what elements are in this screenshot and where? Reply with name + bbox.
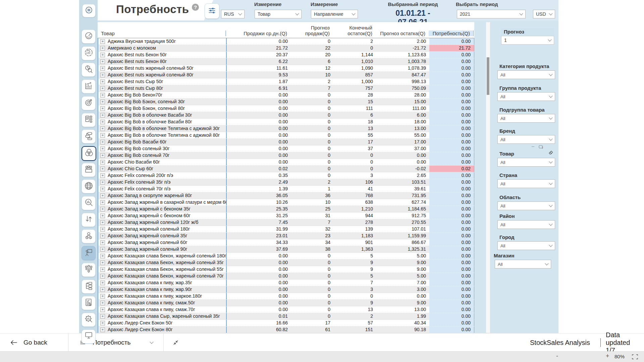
sidebar-button-numbered-report[interactable] (82, 113, 96, 127)
collapse-icon[interactable] (173, 334, 179, 352)
table-row[interactable]: +Арахис Big Bob Васаби 60г0.0001717.000.… (98, 139, 474, 145)
expand-icon[interactable]: + (100, 46, 105, 51)
expand-icon[interactable]: + (100, 214, 105, 218)
go-back-button[interactable]: Go back (23, 334, 47, 352)
sidebar-button-growth-cycle[interactable] (82, 46, 96, 60)
sidebar-button-person-time-money[interactable]: $ (82, 229, 96, 243)
expand-icon[interactable]: + (100, 167, 105, 171)
table-row[interactable]: +Арахис Казацкая слава Бекон, жареный со… (98, 266, 474, 273)
filter-6-select[interactable]: All (497, 201, 555, 210)
sidebar-button-pie-search[interactable] (82, 63, 96, 77)
table-row[interactable]: +Арахис Запад жареный соленый 180г31.993… (98, 226, 474, 233)
table-row[interactable]: +Арахис Chio Васаби 60г0.00000.000.00 (98, 159, 474, 166)
expand-icon[interactable]: + (100, 120, 105, 124)
sidebar-button-presentation[interactable] (82, 246, 96, 260)
table-row[interactable]: +Арахис Казацкая слава к пиву, жар.35г0.… (98, 280, 474, 286)
filter-2-select[interactable]: All (497, 114, 555, 123)
sidebar-button-venn-overlap[interactable] (82, 146, 96, 161)
table-row[interactable]: +Арахис Лидер Снек Бэкон 80г60.826115190… (98, 326, 474, 333)
table-row[interactable]: +Арахис Big Bob Бекон70г0.0002828.000.00 (98, 92, 474, 99)
expand-icon[interactable]: + (100, 140, 105, 144)
currency-select[interactable]: USD (533, 10, 555, 18)
table-row[interactable]: +Арахис Best nuts Бекон 50г20.37201,1441… (98, 52, 474, 58)
popout-icon[interactable] (539, 144, 544, 150)
table-row[interactable]: +Арахис Казацкая слава Бекон, жареный со… (98, 273, 474, 280)
expand-icon[interactable]: + (100, 73, 105, 77)
table-row[interactable]: +Арахис Казацкая слава к пиву, смаж.70г0… (98, 306, 474, 313)
expand-icon[interactable]: + (100, 187, 105, 191)
filter-3-select[interactable]: All (497, 135, 555, 144)
expand-icon[interactable]: + (100, 133, 105, 138)
expand-icon[interactable]: + (100, 59, 105, 64)
table-row[interactable]: +Арахис Big Bob соленый 30г0.0003737.000… (98, 145, 474, 152)
minimize-icon[interactable]: – (532, 143, 534, 149)
sidebar-button-kpi-gauge[interactable]: KPI (82, 29, 96, 44)
table-row[interactable]: +Арахис Best nuts Сыр 50г1.8721,000998.1… (98, 78, 474, 85)
table-row[interactable]: +Арахис Казацкая слава к пиву, жар.90г0.… (98, 286, 474, 293)
sidebar-button-gear-analytics[interactable] (82, 313, 96, 327)
eraser-icon[interactable] (548, 149, 554, 157)
table-row[interactable]: +Арахис Запад жареный соленый 60г34.3334… (98, 239, 474, 246)
table-row[interactable]: +Арахис Запад жареный с беконом 60г31.25… (98, 213, 474, 219)
select-period-select[interactable]: 2021 (457, 10, 526, 18)
sidebar-button-audience[interactable] (82, 163, 96, 177)
zoom-in-button[interactable]: + (606, 353, 609, 360)
table-row[interactable]: +Аджика Вкусная традиция 500г0.00022.000… (98, 38, 474, 45)
expand-icon[interactable]: + (100, 200, 105, 205)
table-row[interactable]: +Арахис Big Bob в оболочке Васаби 80г0.0… (98, 119, 474, 125)
table-scrollbar[interactable] (486, 22, 490, 333)
dimension2-select[interactable]: Направление (311, 10, 358, 18)
table-row[interactable]: +Арахис Best nuts жареный соленый 50г11.… (98, 65, 474, 72)
table-row[interactable]: +Арахис Запад жареный с беконом 35г25.35… (98, 206, 474, 213)
sidebar-button-report-document[interactable] (82, 296, 96, 310)
current-page-name[interactable]: Потребность (93, 334, 130, 352)
sidebar-button-up-down-arrows[interactable] (82, 213, 96, 227)
expand-icon[interactable]: + (100, 193, 105, 198)
table-row[interactable]: +Арахис Казацкая слава Бекон, жареный со… (98, 259, 474, 266)
expand-icon[interactable]: + (100, 260, 105, 265)
back-arrow-icon[interactable] (10, 334, 17, 352)
table-row[interactable]: +Арахис Big Bob Бэкон, соленый 80г0.0001… (98, 105, 474, 112)
expand-icon[interactable]: + (100, 240, 105, 245)
table-row[interactable]: +Арахис Big Bob соленый 70г0.00000.000.0… (98, 152, 474, 159)
table-row[interactable]: +Арахис Best nuts Сыр 80г6.917757750.090… (98, 85, 474, 92)
sidebar-button-target[interactable] (82, 96, 96, 110)
expand-icon[interactable]: + (100, 321, 105, 325)
expand-icon[interactable]: + (100, 227, 105, 232)
column-header-2[interactable]: Прогноз продаж(Q) (290, 25, 333, 36)
expand-icon[interactable]: + (100, 153, 105, 158)
table-row[interactable]: +Арахис Big Bob в оболочке Телятина с ад… (98, 132, 474, 139)
expand-icon[interactable]: + (100, 294, 105, 299)
expand-icon[interactable]: + (100, 327, 105, 332)
table-row[interactable]: +Арахис Запад жареный в сахарной глазури… (98, 199, 474, 206)
filter-8-select[interactable]: All (497, 241, 555, 250)
sidebar-button-team-meeting[interactable] (82, 263, 96, 277)
expand-icon[interactable]: + (100, 126, 105, 131)
column-header-1[interactable]: Продажи ср.дн.(Q) (226, 31, 290, 36)
expand-icon[interactable]: + (100, 307, 105, 312)
table-row[interactable]: +Арахис Казацкая слава Бекон, жареный со… (98, 253, 474, 259)
column-header-0[interactable]: Товар (98, 31, 226, 36)
expand-icon[interactable]: + (100, 254, 105, 258)
expand-icon[interactable]: + (100, 301, 105, 305)
menu-button[interactable] (82, 4, 96, 17)
table-row[interactable]: +Арахис Big Bob в оболочке Васаби 30г0.0… (98, 112, 474, 119)
filter-4-select[interactable]: All (497, 158, 555, 167)
page-chevron-icon[interactable] (150, 334, 153, 352)
column-header-3[interactable]: Конечный остаток(Q) (333, 25, 376, 36)
help-icon[interactable]: ? (192, 4, 199, 11)
expand-icon[interactable]: + (100, 281, 105, 285)
expand-icon[interactable]: + (100, 53, 105, 57)
table-row[interactable]: +Арахис Best nuts Бекон 80г6.2261,0101,0… (98, 58, 474, 65)
expand-icon[interactable]: + (100, 79, 105, 84)
zoom-out-button[interactable]: - (556, 353, 558, 360)
filter-settings-button[interactable] (205, 3, 219, 19)
expand-icon[interactable]: + (100, 207, 105, 212)
table-row[interactable]: +Арахис Запад жареный соленый 120г ж/б7.… (98, 219, 474, 226)
expand-icon[interactable]: + (100, 234, 105, 238)
scrollbar-thumb[interactable] (487, 57, 489, 95)
expand-icon[interactable]: + (100, 66, 105, 71)
column-header-5[interactable]: Потребность(Q) (429, 31, 474, 36)
table-row[interactable]: +Арахис Казацкая слава к пиву, смаж.50г0… (98, 300, 474, 306)
table-row[interactable]: +Арахис Запад в скорлупе жареный 80г36.0… (98, 192, 474, 199)
